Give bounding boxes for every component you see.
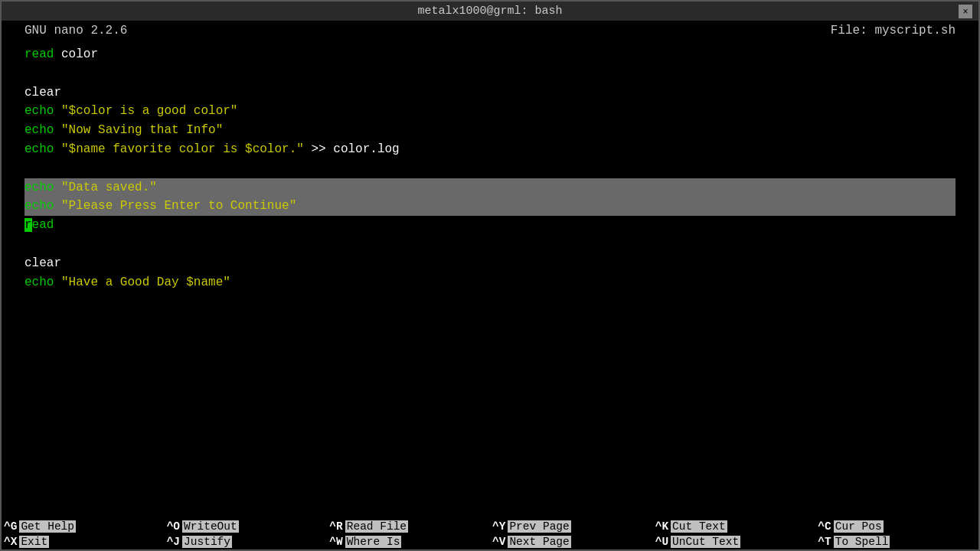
key-next-page: ^V xyxy=(492,536,505,548)
code-line-1: read color xyxy=(24,45,956,64)
code-line-8: echo "Data saved." xyxy=(24,178,956,197)
shortcut-get-help[interactable]: ^G Get Help xyxy=(2,519,165,534)
key-uncut-text: ^U xyxy=(655,536,668,548)
nano-version: GNU nano 2.2.6 xyxy=(24,24,127,37)
key-cut-text: ^K xyxy=(655,520,668,533)
shortcut-next-page[interactable]: ^V Next Page xyxy=(490,534,653,549)
title-bar: metalx1000@grml: bash × xyxy=(2,2,978,21)
shortcut-writeout[interactable]: ^O WriteOut xyxy=(165,519,328,534)
label-to-spell: To Spell xyxy=(834,536,890,548)
key-read-file: ^R xyxy=(329,520,342,533)
code-line-6: echo "$name favorite color is $color." >… xyxy=(24,140,956,159)
code-line-12: clear xyxy=(24,254,956,273)
label-read-file: Read File xyxy=(345,520,408,533)
code-line-3: clear xyxy=(24,83,956,103)
code-line-13: echo "Have a Good Day $name" xyxy=(24,273,956,292)
label-next-page: Next Page xyxy=(508,536,570,548)
label-justify: Justify xyxy=(182,536,232,548)
shortcut-read-file[interactable]: ^R Read File xyxy=(327,519,490,534)
label-where-is: Where Is xyxy=(345,536,402,548)
shortcut-exit[interactable]: ^X Exit xyxy=(2,534,165,549)
label-cut-text: Cut Text xyxy=(671,520,727,533)
label-prev-page: Prev Page xyxy=(508,520,570,533)
key-exit: ^X xyxy=(4,536,17,548)
label-exit: Exit xyxy=(19,536,49,548)
shortcut-where-is[interactable]: ^W Where Is xyxy=(327,534,490,549)
label-uncut-text: UnCut Text xyxy=(671,536,740,548)
shortcut-cur-pos[interactable]: ^C Cur Pos xyxy=(815,519,978,534)
shortcut-cut-text[interactable]: ^K Cut Text xyxy=(653,519,816,534)
code-line-10: read xyxy=(24,216,956,235)
code-line-empty-3 xyxy=(24,235,956,254)
shortcut-prev-page[interactable]: ^Y Prev Page xyxy=(490,519,653,534)
key-justify: ^J xyxy=(167,536,180,548)
close-button[interactable]: × xyxy=(959,5,972,18)
editor-area[interactable]: read color clear echo "$color is a good … xyxy=(2,41,978,519)
window-title: metalx1000@grml: bash xyxy=(417,5,562,18)
shortcut-justify[interactable]: ^J Justify xyxy=(165,534,328,549)
code-line-9: echo "Please Press Enter to Continue" xyxy=(24,197,956,216)
bottom-row-1: ^G Get Help ^O WriteOut ^R Read File ^Y … xyxy=(2,519,978,534)
nano-filename: File: myscript.sh xyxy=(831,24,956,37)
key-prev-page: ^Y xyxy=(492,520,505,533)
key-to-spell: ^T xyxy=(818,536,831,548)
label-writeout: WriteOut xyxy=(182,520,239,533)
label-get-help: Get Help xyxy=(19,520,76,533)
label-cur-pos: Cur Pos xyxy=(834,520,884,533)
code-line-empty-2 xyxy=(24,159,956,178)
bottom-row-2: ^X Exit ^J Justify ^W Where Is ^V Next P… xyxy=(2,534,978,549)
key-writeout: ^O xyxy=(167,520,180,533)
shortcut-to-spell[interactable]: ^T To Spell xyxy=(815,534,978,549)
code-line-empty-1 xyxy=(24,64,956,83)
code-line-5: echo "Now Saving that Info" xyxy=(24,121,956,140)
code-line-4: echo "$color is a good color" xyxy=(24,102,956,121)
bottom-bar: ^G Get Help ^O WriteOut ^R Read File ^Y … xyxy=(2,519,978,549)
nano-header: GNU nano 2.2.6 File: myscript.sh xyxy=(2,21,978,41)
key-cur-pos: ^C xyxy=(818,520,831,533)
key-get-help: ^G xyxy=(4,520,17,533)
terminal-window: metalx1000@grml: bash × GNU nano 2.2.6 F… xyxy=(0,0,980,551)
key-where-is: ^W xyxy=(329,536,342,548)
shortcut-uncut-text[interactable]: ^U UnCut Text xyxy=(653,534,816,549)
